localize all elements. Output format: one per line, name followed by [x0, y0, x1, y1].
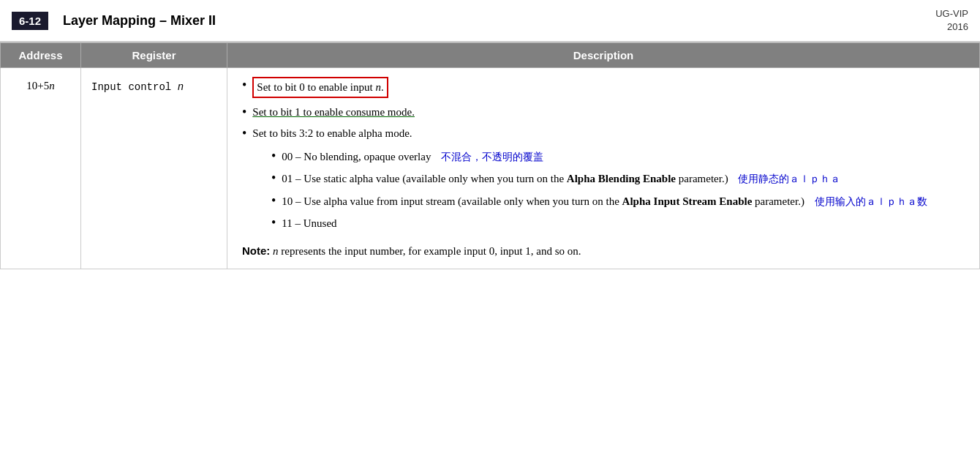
table-header-row: Address Register Description [1, 43, 980, 68]
sub-bullet-01-text: 01 – Use static alpha value (available o… [282, 171, 840, 187]
sub-text-10-before: – Use alpha value from input stream (ava… [295, 195, 622, 207]
col-header-description: Description [227, 43, 980, 68]
header-left: 6-12 Layer Mapping – Mixer II [12, 12, 216, 30]
sub-text-00: – No blending, opaque overlay [295, 151, 431, 162]
sub-bullet-00: • 00 – No blending, opaque overlay 不混合，不… [271, 149, 965, 165]
chinese-note-01: 使用静态的ａｌｐｈａ [738, 173, 840, 184]
sub-bold-10: Alpha Input Stream Enable [622, 195, 753, 207]
header-right: UG-VIP 2016 [935, 7, 968, 34]
bullet1-period: . [381, 81, 384, 93]
sub-bullet-list: • 00 – No blending, opaque overlay 不混合，不… [242, 149, 965, 232]
register-cell: Input control n [81, 68, 227, 269]
bullet-symbol-1: • [242, 77, 246, 94]
bullet3-text: Set to bits 3:2 to enable alpha mode. [252, 125, 412, 142]
address-cell: 10+5n [1, 68, 81, 269]
register-italic-n: n [178, 81, 184, 93]
table-row: 10+5n Input control n • Set to bit 0 to … [1, 68, 980, 269]
sub-bullet-11: • 11 – Unused [271, 215, 965, 232]
bullet-symbol-3: • [242, 125, 246, 142]
sub-bullet-10: • 10 – Use alpha value from input stream… [271, 193, 965, 210]
page-header: 6-12 Layer Mapping – Mixer II UG-VIP 201… [0, 0, 980, 42]
bullet-item-3: • Set to bits 3:2 to enable alpha mode. [242, 125, 965, 142]
register-value: Input control n [91, 81, 184, 93]
page-title: Layer Mapping – Mixer II [63, 13, 216, 29]
register-table: Address Register Description 10+5n Input… [0, 42, 980, 269]
bullet1-italic-n: n [375, 81, 381, 93]
description-cell: • Set to bit 0 to enable input n. • Set … [227, 68, 980, 269]
sub-bullet-10-text: 10 – Use alpha value from input stream (… [282, 193, 927, 210]
sub-text-01-before: – Use static alpha value (available only… [295, 173, 567, 184]
bullet-symbol-2: • [242, 104, 246, 121]
doc-ref-line2: 2016 [935, 20, 968, 34]
sub-bullet-symbol-10: • [271, 193, 276, 209]
col-header-register: Register [81, 43, 227, 68]
bullet-text-1: Set to bit 0 to enable input n. [252, 77, 388, 100]
bullet-item-1: • Set to bit 0 to enable input n. [242, 77, 965, 100]
sub-code-11: 11 [282, 217, 292, 229]
address-value: 10+5n [26, 80, 54, 91]
address-italic-n: n [49, 80, 55, 91]
note-italic-n: n [273, 245, 279, 257]
bullet1-text-before: Set to bit 0 to enable input [257, 81, 375, 93]
note-text: n represents the input number, for examp… [273, 245, 581, 257]
chinese-note-00: 不混合，不透明的覆盖 [441, 151, 543, 162]
sub-code-01: 01 [282, 173, 293, 184]
sub-bullet-11-text: 11 – Unused [282, 215, 336, 232]
sub-bold-01: Alpha Blending Enable [567, 173, 676, 184]
page-number: 6-12 [12, 12, 48, 30]
sub-text-11: – Unused [295, 217, 337, 229]
chinese-note-10: 使用输入的ａｌｐｈａ数 [815, 195, 927, 207]
bullet1-highlighted: Set to bit 0 to enable input n. [252, 77, 388, 98]
sub-bullet-01: • 01 – Use static alpha value (available… [271, 171, 965, 187]
sub-text-10-after: parameter.) [755, 195, 804, 207]
note-label: Note: [242, 244, 270, 257]
sub-bullet-symbol-01: • [271, 171, 276, 187]
bullet2-text: Set to bit 1 to enable consume mode. [252, 104, 415, 121]
sub-code-10: 10 [282, 195, 293, 207]
sub-bullet-00-text: 00 – No blending, opaque overlay 不混合，不透明… [282, 149, 543, 165]
doc-ref-line1: UG-VIP [935, 7, 968, 20]
bullet-item-2: • Set to bit 1 to enable consume mode. [242, 104, 965, 121]
main-bullet-list: • Set to bit 0 to enable input n. • Set … [242, 77, 965, 142]
sub-bullet-symbol-11: • [271, 215, 276, 231]
sub-bullet-symbol-00: • [271, 149, 276, 165]
col-header-address: Address [1, 43, 81, 68]
note-section: Note: n represents the input number, for… [242, 242, 965, 260]
sub-code-00: 00 [282, 151, 293, 162]
sub-text-01-after: parameter.) [679, 173, 728, 184]
